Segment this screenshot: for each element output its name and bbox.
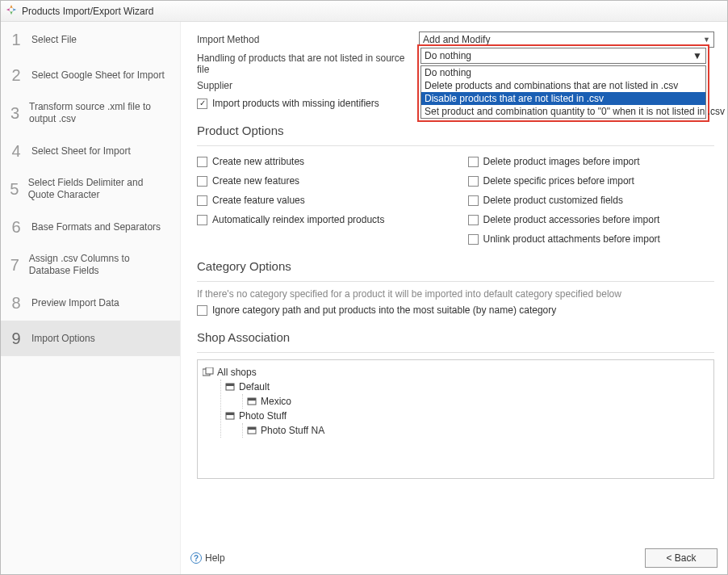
divider	[197, 281, 714, 282]
checkbox[interactable]	[468, 157, 479, 167]
titlebar: Products Import/Export Wizard	[1, 1, 727, 22]
option-label: Create new features	[212, 175, 299, 187]
product-options-right: Delete product images before import Dele…	[468, 153, 715, 245]
product-options-left: Create new attributes Create new feature…	[197, 153, 444, 245]
import-method-value: Add and Modify	[423, 34, 490, 45]
tree-label: Photo Stuff	[239, 410, 287, 422]
svg-rect-7	[226, 413, 234, 415]
shop-icon	[224, 382, 236, 392]
step-label: Select Google Sheet for Import	[31, 69, 165, 82]
svg-rect-5	[248, 398, 256, 401]
tree-label: All shops	[217, 367, 257, 378]
handling-dropdown: Do nothing ▼ Do nothing Delete products …	[417, 44, 709, 122]
step-label: Import Options	[31, 333, 95, 345]
sidebar-step-3[interactable]: 3Transform source .xml file to output .c…	[1, 93, 180, 133]
divider	[197, 145, 714, 146]
tree-label: Default	[239, 381, 270, 392]
step-number: 9	[9, 329, 23, 348]
option-label: Delete product customized fields	[483, 195, 623, 206]
category-note: If there's no category specified for a p…	[197, 288, 714, 300]
back-button[interactable]: < Back	[645, 548, 718, 568]
tree-node[interactable]: Photo Stuff	[224, 409, 709, 423]
step-number: 2	[9, 66, 23, 85]
sidebar: 1Select File 2Select Google Sheet for Im…	[1, 22, 181, 574]
supplier-label: Supplier	[197, 80, 419, 91]
tree-root[interactable]: All shops	[203, 365, 709, 380]
option-label: Create feature values	[212, 195, 305, 206]
shop-association-heading: Shop Association	[197, 330, 714, 344]
handling-select[interactable]: Do nothing ▼	[420, 48, 706, 64]
tree-label: Mexico	[261, 396, 291, 407]
shop-icon	[246, 426, 257, 435]
checkbox[interactable]	[468, 176, 479, 187]
svg-rect-9	[248, 427, 256, 430]
step-number: 5	[9, 180, 20, 199]
shop-icon	[224, 411, 236, 421]
step-label: Select Sheet for Import	[31, 145, 131, 157]
ignore-category-row: Ignore category path and put products in…	[197, 304, 714, 316]
handling-option[interactable]: Delete products and combinations that ar…	[421, 79, 705, 92]
ignore-category-label: Ignore category path and put products in…	[212, 304, 556, 316]
sidebar-step-7[interactable]: 7Assign .csv Columns to Database Fields	[1, 245, 180, 285]
checkbox[interactable]	[468, 195, 479, 206]
handling-label: Handling of products that are not listed…	[197, 52, 419, 75]
option-label: Create new attributes	[212, 156, 304, 167]
checkbox[interactable]	[468, 215, 479, 225]
product-options-heading: Product Options	[197, 124, 714, 137]
shop-tree[interactable]: All shops Default Mexico	[197, 359, 714, 479]
tree-leaf[interactable]: Photo Stuff NA	[246, 423, 709, 438]
import-missing-checkbox[interactable]	[197, 99, 207, 109]
sidebar-step-6[interactable]: 6Base Formats and Separators	[1, 209, 180, 245]
sidebar-step-8[interactable]: 8Preview Import Data	[1, 285, 180, 321]
step-number: 3	[9, 104, 21, 123]
step-label: Select File	[31, 34, 77, 46]
import-missing-label: Import products with missing identifiers	[212, 98, 379, 109]
tree-label: Photo Stuff NA	[261, 425, 324, 436]
chevron-down-icon: ▼	[692, 50, 702, 61]
footer: ? Help < Back	[181, 542, 727, 574]
checkbox[interactable]	[197, 215, 207, 225]
shop-icon	[246, 397, 257, 406]
step-number: 7	[9, 256, 21, 275]
svg-rect-1	[206, 367, 213, 374]
help-label: Help	[205, 552, 225, 564]
chevron-down-icon: ▼	[703, 36, 710, 44]
handling-option[interactable]: Disable products that are not listed in …	[421, 92, 705, 105]
step-label: Assign .csv Columns to Database Fields	[29, 253, 172, 277]
step-label: Base Formats and Separators	[31, 221, 161, 233]
ignore-category-checkbox[interactable]	[197, 305, 207, 316]
main-panel: Import Method Add and Modify ▼ Handling …	[181, 22, 727, 574]
tree-node[interactable]: Default	[224, 380, 709, 394]
sidebar-step-1[interactable]: 1Select File	[1, 22, 180, 57]
svg-rect-3	[226, 384, 234, 386]
step-label: Transform source .xml file to output .cs…	[29, 101, 172, 125]
step-label: Select Fields Delimiter and Quote Charac…	[28, 177, 172, 201]
checkbox[interactable]	[468, 234, 479, 245]
tree-leaf[interactable]: Mexico	[246, 394, 709, 409]
category-options-heading: Category Options	[197, 259, 714, 273]
option-label: Delete specific prices before import	[483, 175, 634, 187]
help-icon: ?	[190, 552, 202, 564]
option-label: Automatically reindex imported products	[212, 214, 384, 225]
option-label: Delete product accessories before import	[483, 214, 660, 225]
option-label: Unlink product attachments before import	[483, 233, 660, 245]
import-method-label: Import Method	[197, 34, 419, 45]
checkbox[interactable]	[197, 157, 207, 167]
checkbox[interactable]	[197, 195, 207, 206]
sidebar-step-2[interactable]: 2Select Google Sheet for Import	[1, 57, 180, 93]
checkbox[interactable]	[197, 176, 207, 187]
sidebar-step-5[interactable]: 5Select Fields Delimiter and Quote Chara…	[1, 169, 180, 209]
handling-option[interactable]: Set product and combination quantity to …	[421, 105, 705, 118]
handling-options-list: Do nothing Delete products and combinati…	[420, 65, 706, 119]
shops-icon	[203, 367, 214, 377]
step-number: 1	[9, 31, 23, 49]
step-label: Preview Import Data	[31, 297, 119, 309]
body: 1Select File 2Select Google Sheet for Im…	[1, 22, 727, 574]
option-label: Delete product images before import	[483, 156, 640, 167]
wizard-window: Products Import/Export Wizard 1Select Fi…	[0, 0, 728, 575]
sidebar-step-4[interactable]: 4Select Sheet for Import	[1, 133, 180, 169]
help-link[interactable]: ? Help	[190, 552, 225, 564]
handling-option[interactable]: Do nothing	[421, 66, 705, 79]
sidebar-step-9[interactable]: 9Import Options	[1, 321, 180, 356]
window-title: Products Import/Export Wizard	[22, 6, 153, 17]
